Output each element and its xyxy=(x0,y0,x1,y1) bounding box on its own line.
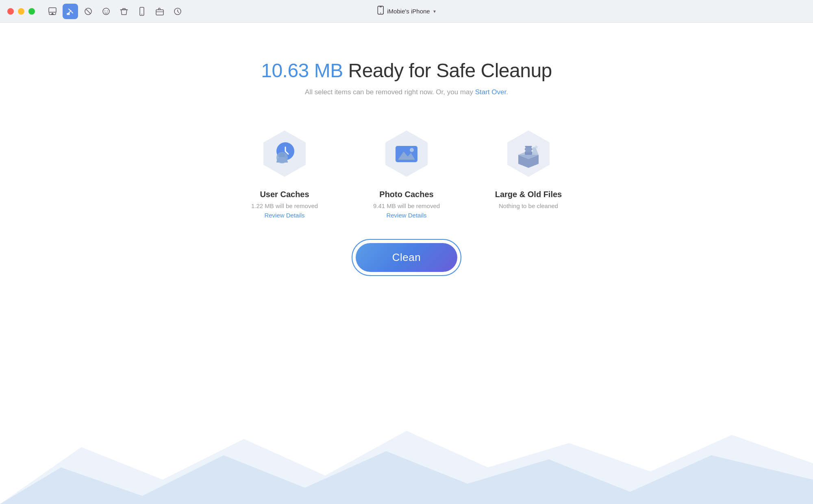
user-caches-review-link[interactable]: Review Details xyxy=(264,212,304,219)
mountain-background xyxy=(0,415,813,504)
clean-button[interactable]: Clean xyxy=(356,243,457,272)
photo-caches-review-link[interactable]: Review Details xyxy=(386,212,426,219)
cards-row: User Caches 1.22 MB will be removed Revi… xyxy=(240,127,573,219)
device-selector[interactable]: iMobie's iPhone ▾ xyxy=(377,6,435,17)
close-button[interactable] xyxy=(7,8,14,15)
trash-icon[interactable] xyxy=(116,4,132,19)
photo-caches-hex-icon xyxy=(380,127,433,180)
titlebar: iMobie's iPhone ▾ xyxy=(0,0,813,23)
history-icon[interactable] xyxy=(170,4,185,19)
start-over-link[interactable]: Start Over xyxy=(475,88,506,96)
svg-rect-23 xyxy=(524,150,526,152)
device-name: iMobie's iPhone xyxy=(387,8,430,15)
user-caches-title: User Caches xyxy=(260,190,309,199)
block-icon[interactable] xyxy=(80,4,96,19)
subtitle-prefix: All select items can be removed right no… xyxy=(305,88,475,96)
svg-rect-7 xyxy=(156,10,163,15)
user-caches-hex-icon xyxy=(258,127,311,180)
svg-rect-24 xyxy=(531,150,533,152)
size-highlight: 10.63 MB xyxy=(261,60,343,81)
user-caches-card: User Caches 1.22 MB will be removed Revi… xyxy=(240,127,329,219)
svg-point-3 xyxy=(104,11,105,11)
large-files-card: Large & Old Files Nothing to be cleaned xyxy=(484,127,573,212)
svg-rect-25 xyxy=(526,148,531,152)
svg-rect-21 xyxy=(524,147,526,148)
title-suffix: Ready for Safe Cleanup xyxy=(348,60,552,81)
clean-button-container: Clean xyxy=(352,239,461,276)
subtitle: All select items can be removed right no… xyxy=(261,88,552,96)
svg-point-18 xyxy=(410,148,414,152)
large-files-size: Nothing to be cleaned xyxy=(499,202,558,209)
main-content: 10.63 MB Ready for Safe Cleanup All sele… xyxy=(0,23,813,504)
photo-caches-card: Photo Caches 9.41 MB will be removed Rev… xyxy=(362,127,451,219)
toolbar xyxy=(45,4,185,19)
subtitle-suffix: . xyxy=(506,88,508,96)
heading-section: 10.63 MB Ready for Safe Cleanup All sele… xyxy=(261,59,552,96)
privacy-icon[interactable] xyxy=(98,4,114,19)
svg-point-4 xyxy=(107,11,108,11)
user-caches-size: 1.22 MB will be removed xyxy=(251,202,318,209)
photo-caches-size: 9.41 MB will be removed xyxy=(373,202,440,209)
device-phone-icon xyxy=(377,6,384,17)
svg-rect-22 xyxy=(531,147,533,148)
svg-rect-0 xyxy=(67,13,70,15)
maximize-button[interactable] xyxy=(28,8,35,15)
briefcase-icon[interactable] xyxy=(152,4,167,19)
photo-caches-title: Photo Caches xyxy=(379,190,433,199)
svg-point-10 xyxy=(380,13,381,13)
main-title: 10.63 MB Ready for Safe Cleanup xyxy=(261,59,552,82)
chevron-down-icon: ▾ xyxy=(433,9,436,14)
large-files-title: Large & Old Files xyxy=(495,190,562,199)
svg-point-6 xyxy=(141,14,142,15)
phone-manager-icon[interactable] xyxy=(134,4,150,19)
minimize-button[interactable] xyxy=(18,8,24,15)
large-files-hex-icon xyxy=(502,127,555,180)
clean-icon[interactable] xyxy=(63,4,78,19)
airplay-icon[interactable] xyxy=(45,4,60,19)
traffic-lights xyxy=(7,8,35,15)
